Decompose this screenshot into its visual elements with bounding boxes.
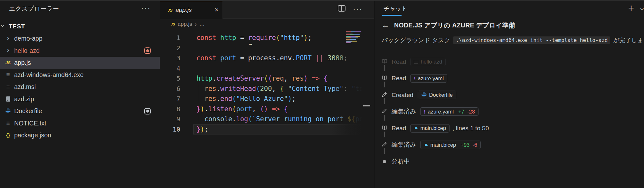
file-chip-dockerfile[interactable]: Dockerfile bbox=[418, 91, 456, 99]
editor-group: JS app.js × ··· JS app.js › … 1234567891… bbox=[160, 1, 374, 188]
task-text-suffix: が完了しました bbox=[613, 36, 644, 44]
chevron-right-icon: › bbox=[7, 34, 9, 42]
tab-chat[interactable]: チャット bbox=[384, 5, 407, 13]
file-chip-main-bicep[interactable]: main.bicep bbox=[410, 124, 450, 133]
archive-icon bbox=[6, 96, 10, 102]
tool-activity-row: 編集済み!azure.yaml+7-28 bbox=[382, 104, 641, 120]
file-label: hello-azd bbox=[14, 47, 40, 54]
editor-tab-bar: JS app.js × ··· bbox=[160, 1, 374, 19]
line-number: 1 bbox=[160, 33, 180, 43]
javascript-icon: JS bbox=[5, 60, 11, 65]
file-item-azd-windows-amd64-exe[interactable]: ≡azd-windows-amd64.exe bbox=[0, 69, 160, 81]
activity-label: 編集済み bbox=[392, 141, 416, 149]
file-item-dockerfile[interactable]: Dockerfile bbox=[0, 105, 160, 117]
chat-session-title: NODE.JS アプリの AZURE デプロイ準備 bbox=[394, 21, 515, 30]
breadcrumb-symbol[interactable]: … bbox=[199, 21, 205, 27]
line-number: 5 bbox=[160, 74, 180, 84]
file-label: Dockerfile bbox=[14, 107, 42, 115]
activity-label: Read bbox=[392, 75, 406, 82]
folder-icon bbox=[414, 60, 418, 64]
vscode-window: エクスプローラー ··· › TEST ›demo-app›hello-azdJ… bbox=[0, 0, 644, 188]
line-number: 8 bbox=[160, 104, 180, 114]
activity-label: Created bbox=[392, 92, 413, 99]
tab-app-js[interactable]: JS app.js × bbox=[160, 1, 223, 19]
bicep-file-icon bbox=[414, 125, 418, 131]
pencil-icon bbox=[382, 141, 387, 148]
task-command-chip[interactable]: .\azd-windows-amd64.exe init --template … bbox=[453, 36, 610, 44]
line-number: 6 bbox=[160, 84, 180, 94]
line-number: 4 bbox=[160, 64, 180, 74]
editor-edge-fade bbox=[332, 19, 374, 188]
editor-more-actions-icon[interactable]: ··· bbox=[353, 5, 363, 14]
read-book-icon bbox=[382, 125, 387, 132]
line-number: 2 bbox=[160, 43, 180, 54]
file-chip-azure-yaml[interactable]: !azure.yaml bbox=[410, 74, 447, 83]
file-chip-hello-azd[interactable]: hello-azd bbox=[410, 58, 446, 66]
close-icon[interactable]: × bbox=[214, 6, 219, 14]
tool-activity-list: Readhello-azdRead!azure.yamlCreatedDocke… bbox=[382, 54, 641, 170]
line-number: 3 bbox=[160, 53, 180, 64]
chevron-down-icon[interactable]: › bbox=[641, 6, 644, 14]
pencil-icon bbox=[382, 108, 387, 115]
docker-whale-icon bbox=[5, 108, 11, 114]
file-label: azd.msi bbox=[14, 83, 36, 91]
chevron-right-icon: › bbox=[195, 21, 197, 28]
diff-added: +7 bbox=[458, 109, 464, 115]
file-label: azd.zip bbox=[14, 95, 34, 103]
progress-dot-icon bbox=[383, 160, 386, 163]
breadcrumb[interactable]: JS app.js › … bbox=[171, 20, 205, 28]
tool-activity-row: 編集済みmain.bicep+93-6 bbox=[382, 137, 641, 153]
javascript-icon: JS bbox=[167, 8, 173, 13]
read-book-icon bbox=[382, 75, 387, 82]
file-item-azd-zip[interactable]: azd.zip bbox=[0, 93, 160, 105]
file-label: NOTICE.txt bbox=[14, 120, 46, 127]
pencil-icon bbox=[382, 92, 387, 99]
tool-activity-row: CreatedDockerfile bbox=[382, 87, 641, 104]
file-item-app-js[interactable]: JSapp.js bbox=[0, 57, 160, 69]
text-file-icon: ≡ bbox=[6, 84, 10, 91]
minimap[interactable] bbox=[346, 31, 362, 43]
breadcrumb-file[interactable]: app.js bbox=[177, 21, 192, 27]
yaml-file-icon: ! bbox=[414, 76, 415, 81]
chevron-down-icon: › bbox=[2, 23, 7, 30]
tool-activity-row: Read!azure.yaml bbox=[382, 70, 641, 87]
file-item-azd-msi[interactable]: ≡azd.msi bbox=[0, 81, 160, 93]
file-label: demo-app bbox=[14, 35, 43, 42]
explorer-sidebar: エクスプローラー ··· › TEST ›demo-app›hello-azdJ… bbox=[0, 1, 160, 188]
activity-label: Read bbox=[392, 58, 406, 65]
background-task-message: バックグラウンド タスク .\azd-windows-amd64.exe ini… bbox=[382, 36, 644, 44]
folder-item-demo-app[interactable]: ›demo-app bbox=[0, 33, 160, 45]
new-chat-icon[interactable]: + bbox=[628, 3, 634, 14]
task-text-prefix: バックグラウンド タスク bbox=[382, 36, 450, 44]
back-arrow-icon[interactable]: ← bbox=[382, 21, 389, 30]
file-label: app.js bbox=[14, 59, 31, 66]
tab-label: app.js bbox=[175, 6, 192, 14]
record-badge-icon bbox=[144, 47, 151, 54]
line-number: 9 bbox=[160, 114, 180, 124]
bicep-file-icon bbox=[424, 142, 428, 148]
chevron-right-icon: › bbox=[7, 46, 9, 54]
file-item-package-json[interactable]: {}package.json bbox=[0, 129, 160, 142]
tool-activity-row: Readhello-azd bbox=[382, 54, 641, 70]
read-book-icon bbox=[382, 58, 387, 65]
activity-suffix: , lines 1 to 50 bbox=[452, 125, 489, 132]
text-file-icon: ≡ bbox=[6, 71, 10, 78]
active-tab-indicator bbox=[382, 15, 402, 16]
diff-removed: -28 bbox=[467, 109, 475, 115]
file-item-notice-txt[interactable]: ≡NOTICE.txt bbox=[0, 117, 160, 130]
line-number: 7 bbox=[160, 94, 180, 104]
line-number-gutter: 12345678910 bbox=[160, 33, 180, 134]
file-chip-azure-yaml[interactable]: !azure.yaml+7-28 bbox=[420, 107, 478, 116]
file-chip-main-bicep[interactable]: main.bicep+93-6 bbox=[420, 141, 480, 149]
activity-label: 分析中 bbox=[392, 157, 410, 166]
folder-item-hello-azd[interactable]: ›hello-azd bbox=[0, 45, 160, 57]
explorer-title: エクスプローラー bbox=[9, 5, 59, 13]
docker-whale-icon bbox=[421, 92, 427, 98]
split-editor-icon[interactable] bbox=[337, 5, 346, 14]
activity-label: 編集済み bbox=[392, 107, 416, 116]
json-braces-icon: {} bbox=[6, 133, 10, 138]
workspace-section-header[interactable]: › TEST bbox=[0, 21, 160, 32]
line-number: 10 bbox=[160, 124, 180, 135]
file-label: package.json bbox=[14, 132, 51, 139]
explorer-actions-icon[interactable]: ··· bbox=[141, 3, 151, 12]
